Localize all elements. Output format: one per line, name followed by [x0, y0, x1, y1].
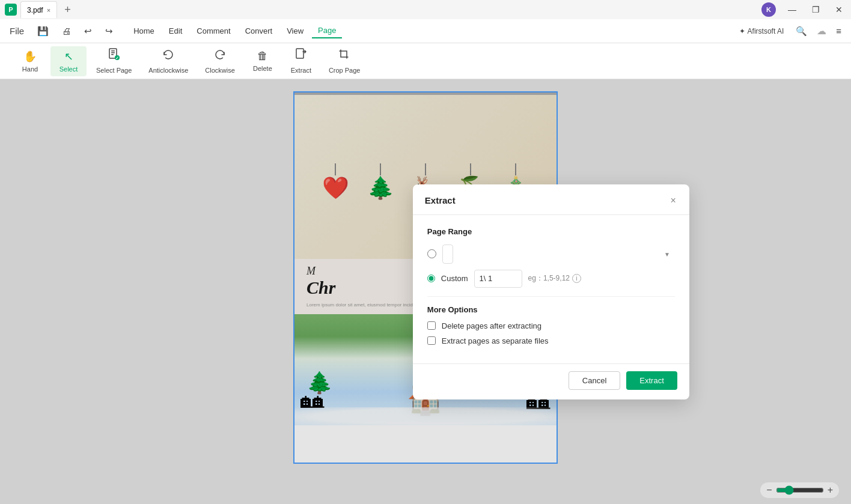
title-bar-left: P 3.pdf × + [5, 1, 75, 18]
avatar: K [761, 2, 776, 17]
custom-example: eg：1,5-9,12 i [528, 273, 581, 284]
delete-pages-label: Delete pages after extracting [442, 321, 541, 330]
tool-anticlockwise-label: Anticlockwise [148, 67, 188, 74]
tool-clockwise[interactable]: Clockwise [198, 44, 242, 77]
crop-icon [338, 48, 351, 64]
tool-hand-label: Hand [22, 65, 38, 73]
svg-rect-3 [111, 50, 115, 52]
tool-select-page[interactable]: ✓ Select Page [89, 44, 139, 77]
menu-page[interactable]: Page [312, 23, 342, 38]
menu-bar-left: File 💾 🖨 ↩ ↪ [5, 23, 118, 39]
tool-anticlockwise[interactable]: Anticlockwise [141, 44, 195, 77]
extract-icon [294, 48, 308, 64]
ai-star-icon: ✦ [739, 27, 745, 35]
cancel-btn[interactable]: Cancel [569, 371, 620, 390]
app-icon: P [5, 4, 17, 16]
search-btn[interactable]: 🔍 [791, 23, 812, 39]
dropdown-radio[interactable] [427, 249, 436, 258]
close-btn[interactable]: ✕ [832, 4, 846, 16]
dialog-overlay: Extract × Page Range ▼ [0, 79, 851, 504]
dropdown-arrow-icon: ▼ [664, 250, 670, 257]
tool-crop-page[interactable]: Crop Page [322, 44, 368, 77]
save-icon-btn[interactable]: 💾 [32, 23, 53, 39]
cloud-icon: ☁ [814, 23, 829, 39]
ai-label: Afirstsoft AI [748, 27, 784, 35]
custom-radio-row: Custom eg：1,5-9,12 i [427, 270, 675, 288]
print-icon-btn[interactable]: 🖨 [57, 23, 76, 38]
tool-clockwise-label: Clockwise [205, 67, 235, 74]
hand-icon: ✋ [23, 50, 37, 63]
custom-label: Custom [441, 274, 468, 283]
tool-select[interactable]: ↖ Select [50, 46, 87, 76]
more-btn[interactable]: ≡ [831, 23, 846, 38]
menu-view[interactable]: View [281, 24, 310, 38]
delete-pages-checkbox[interactable] [427, 321, 436, 330]
extract-dialog: Extract × Page Range ▼ [413, 184, 689, 399]
svg-rect-4 [111, 52, 115, 53]
new-tab-btn[interactable]: + [61, 2, 75, 17]
tool-select-page-label: Select Page [96, 67, 132, 74]
info-icon[interactable]: i [572, 274, 581, 283]
menu-bar: File 💾 🖨 ↩ ↪ Home Edit Comment Convert V… [0, 19, 851, 43]
dialog-footer: Cancel Extract [413, 363, 689, 399]
extract-separate-row: Extract pages as separate files [427, 336, 675, 345]
restore-btn[interactable]: ❐ [808, 4, 823, 16]
redo-btn[interactable]: ↪ [100, 23, 118, 39]
tab-close-btn[interactable]: × [47, 7, 50, 14]
dialog-header: Extract × [413, 184, 689, 215]
menu-comment[interactable]: Comment [191, 24, 236, 38]
dialog-divider [427, 296, 675, 297]
svg-text:✓: ✓ [115, 56, 119, 60]
title-bar-right: K — ❐ ✕ [761, 2, 846, 17]
minimize-btn[interactable]: — [784, 4, 800, 16]
tool-crop-page-label: Crop Page [329, 67, 361, 74]
extract-separate-label: Extract pages as separate files [442, 336, 549, 345]
tool-select-label: Select [59, 65, 78, 73]
svg-rect-8 [296, 49, 303, 58]
clockwise-icon [213, 48, 227, 64]
tool-delete-label: Delete [253, 65, 272, 72]
tool-hand[interactable]: ✋ Hand [12, 46, 48, 76]
tab-filename: 3.pdf [27, 6, 43, 14]
custom-input[interactable] [474, 270, 522, 288]
tool-extract-label: Extract [291, 67, 311, 74]
extract-separate-checkbox[interactable] [427, 336, 436, 345]
toolbar: ✋ Hand ↖ Select ✓ Select Page Anticlockw… [0, 43, 851, 79]
main-area: ❤️ 🌲 🦌 [0, 79, 851, 504]
delete-pages-row: Delete pages after extracting [427, 321, 675, 330]
dropdown-radio-row: ▼ [427, 244, 675, 264]
custom-radio[interactable] [427, 275, 435, 282]
more-options-label: More Options [427, 305, 675, 314]
dialog-close-btn[interactable]: × [669, 194, 677, 207]
extract-btn[interactable]: Extract [626, 371, 677, 390]
select-icon: ↖ [64, 50, 73, 63]
file-tab[interactable]: 3.pdf × [20, 1, 57, 18]
tool-delete[interactable]: 🗑 Delete [245, 46, 281, 76]
ai-btn[interactable]: ✦ Afirstsoft AI [734, 25, 789, 38]
delete-icon: 🗑 [257, 50, 268, 62]
page-range-label: Page Range [427, 227, 675, 236]
menu-edit[interactable]: Edit [163, 24, 188, 38]
page-range-dropdown-wrapper: ▼ [442, 244, 675, 264]
svg-rect-5 [111, 54, 114, 55]
tool-extract[interactable]: Extract [283, 44, 319, 77]
example-text: eg：1,5-9,12 [528, 273, 570, 284]
anticlockwise-icon [162, 48, 175, 64]
svg-text:P: P [8, 6, 13, 13]
page-range-dropdown[interactable] [442, 244, 453, 264]
select-page-icon: ✓ [108, 48, 121, 64]
menu-home[interactable]: Home [127, 24, 160, 38]
file-btn[interactable]: File [5, 23, 29, 38]
undo-btn[interactable]: ↩ [79, 23, 97, 39]
dialog-title: Extract [425, 195, 456, 205]
menu-convert[interactable]: Convert [239, 24, 279, 38]
dialog-body: Page Range ▼ Custom [413, 215, 689, 363]
title-bar: P 3.pdf × + K — ❐ ✕ [0, 0, 851, 19]
